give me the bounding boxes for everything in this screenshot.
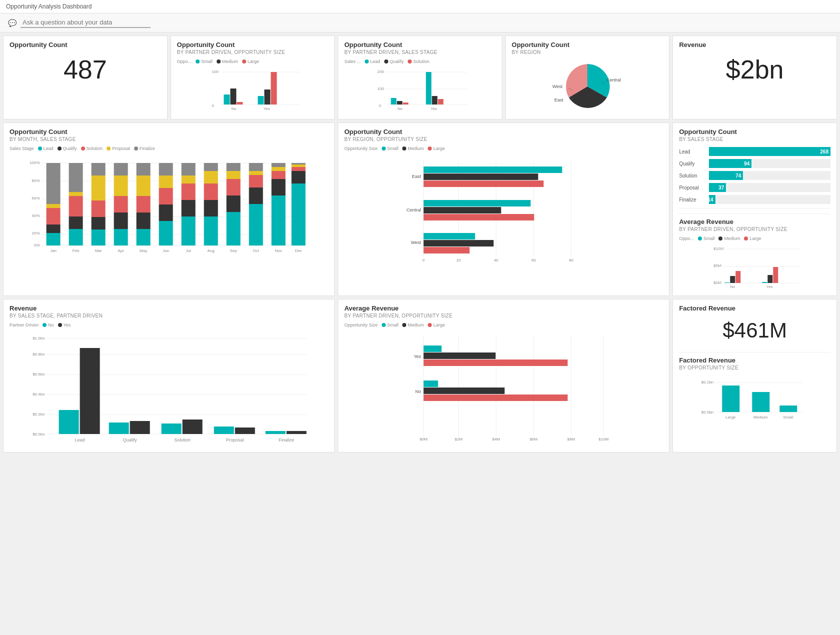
svg-text:No: No [730,284,736,289]
svg-rect-84 [227,163,241,171]
opp-by-stage-subtitle: BY SALES STAGE [679,136,830,142]
svg-text:$0.4bn: $0.4bn [33,392,45,396]
svg-text:80: 80 [569,258,573,262]
svg-rect-103 [292,184,306,246]
svg-text:Large: Large [725,415,736,420]
svg-rect-22 [432,96,437,104]
legend-label-oppo: Oppo... [177,59,192,64]
svg-rect-90 [249,171,263,175]
svg-rect-62 [114,212,128,229]
opp-month-stage-chart: 100% 80% 60% 40% 20% 0% [10,154,328,254]
avg-revenue-main-title: Average Revenue [344,304,663,312]
svg-rect-44 [47,163,61,204]
svg-rect-58 [92,230,106,246]
avg-revenue-title: Average Revenue [679,218,830,226]
svg-rect-133 [424,214,534,220]
svg-rect-73 [159,221,173,246]
revenue-stage-chart: $1.0bn $0.8bn $0.6bn $0.4bn $0.2bn $0.0b… [10,330,328,446]
svg-rect-173 [287,431,307,434]
svg-text:$0M: $0M [420,437,428,442]
svg-text:West: West [552,84,563,89]
factored-revenue-by-size-title: Factored Revenue [679,356,830,364]
svg-text:$10M: $10M [599,437,609,442]
svg-text:$4M: $4M [492,437,500,442]
svg-rect-192 [424,346,442,352]
svg-text:Central: Central [407,208,421,212]
dashboard: Opportunity Count 487 Opportunity Count … [0,32,840,456]
svg-rect-164 [59,410,79,434]
opp-region-size-chart: 0 20 40 60 80 East Central [344,154,663,264]
card-opp-by-stage: Opportunity Count BY SALES STAGE Lead 26… [672,122,837,296]
svg-text:60: 60 [531,258,536,262]
svg-rect-77 [182,200,196,216]
card-opp-partner-size-title: Opportunity Count [177,41,329,48]
svg-text:East: East [412,174,422,179]
qa-input[interactable] [21,18,151,28]
svg-rect-19 [397,101,402,104]
stage-row-proposal: Proposal 37 [679,183,830,192]
stage-row-solution: Solution 74 [679,171,830,180]
svg-text:$5M: $5M [714,264,722,268]
card-opp-month-stage: Opportunity Count BY MONTH, SALES STAGE … [3,122,335,296]
svg-rect-71 [159,188,173,204]
svg-text:0: 0 [379,104,381,108]
opp-region-pie: Central West East [547,59,627,114]
avg-revenue-legend: Oppo... Small Medium Large [679,236,830,241]
svg-rect-127 [424,166,562,173]
svg-text:No: No [231,106,237,111]
svg-rect-4 [224,94,230,104]
svg-rect-169 [183,420,203,434]
avg-revenue-main-chart: $0M $2M $4M $6M $8M $10M Yes No [344,330,663,446]
opp-partner-size-chart: 100 0 No Yes [177,67,329,112]
svg-text:Nov: Nov [275,248,282,253]
avg-revenue-section: Average Revenue BY PARTNER DRIVEN, OPPOR… [679,214,830,290]
svg-text:100%: 100% [30,160,40,165]
svg-rect-65 [137,176,151,196]
svg-rect-46 [47,208,61,224]
svg-rect-57 [92,217,106,230]
opp-region-pie-wrap: Central West East [512,59,663,114]
svg-rect-165 [80,348,100,434]
svg-text:Jan: Jan [50,248,57,253]
svg-rect-20 [403,102,408,104]
card-opp-region-size: Opportunity Count BY REGION, OPPORTUNITY… [338,122,669,296]
svg-text:Medium: Medium [753,415,768,420]
svg-rect-70 [159,176,173,188]
svg-text:$0.2bn: $0.2bn [701,380,713,384]
svg-rect-5 [230,88,236,104]
svg-text:Dec: Dec [295,248,302,253]
svg-rect-23 [438,99,443,104]
card-opportunity-count: Opportunity Count 487 [3,36,168,120]
factored-revenue-by-size-subtitle: BY OPPORTUNITY SIZE [679,365,830,370]
svg-rect-7 [258,96,264,104]
revenue-stage-subtitle: BY SALES STAGE, PARTNER DRIVEN [10,313,328,318]
svg-rect-88 [227,212,241,246]
svg-rect-56 [92,200,106,217]
opp-region-size-legend: Opportunity Size Small Medium Large [344,146,663,151]
card-opp-partner-stage-subtitle: BY PARTNER DRIVEN, SALES STAGE [344,50,496,55]
svg-text:West: West [411,240,421,245]
svg-rect-49 [69,163,83,192]
svg-text:60%: 60% [32,196,40,200]
svg-text:100: 100 [212,70,219,74]
svg-rect-128 [424,174,538,180]
factored-revenue-value: $461M [679,313,830,348]
svg-rect-66 [137,196,151,212]
svg-text:Yes: Yes [431,106,437,111]
svg-rect-21 [426,72,431,104]
card-opp-partner-stage: Opportunity Count BY PARTNER DRIVEN, SAL… [338,36,502,120]
svg-rect-91 [249,175,263,188]
qa-bar[interactable]: 💬 [0,14,840,32]
opp-partner-size-legend: Oppo... Small Medium Large [177,59,329,64]
svg-text:Qualify: Qualify [123,438,138,442]
card-revenue-title: Revenue [679,41,830,48]
revenue-value: $2bn [679,50,830,90]
svg-rect-80 [204,171,218,184]
avg-revenue-subtitle: BY PARTNER DRIVEN, OPPORTUNITY SIZE [679,226,830,232]
svg-rect-203 [722,386,740,412]
factored-revenue-chart: $0.2bn $0.0bn Large Medium Small [679,374,830,430]
svg-rect-64 [137,163,151,176]
legend-item-large: Large [242,59,259,64]
app-title: Opportunity Analysis Dashboard [6,3,92,10]
svg-text:Sep: Sep [230,248,237,253]
